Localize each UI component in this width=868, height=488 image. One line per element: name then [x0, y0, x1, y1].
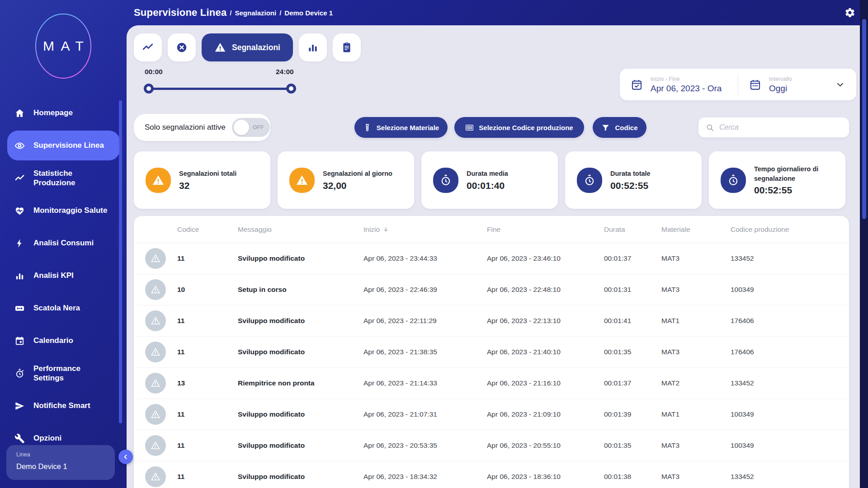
- sidebar: MAT Homepage Supervisione Linea Statisti…: [0, 0, 127, 488]
- bars-icon: [14, 270, 25, 281]
- warning-icon: [145, 373, 166, 394]
- heart-icon: [14, 205, 25, 216]
- tab-chart-line[interactable]: [134, 33, 162, 61]
- sidebar-item-label: Analisi Consumi: [33, 238, 94, 248]
- cell-messaggio: Sviluppo modificato: [238, 441, 363, 450]
- table-row[interactable]: 11 Sviluppo modificato Apr 06, 2023 - 20…: [134, 430, 849, 461]
- sidebar-item-supervisione-linea[interactable]: Supervisione Linea: [7, 131, 120, 160]
- cell-fine: Apr 06, 2023 - 18:36:10: [487, 473, 604, 481]
- cell-durata: 00:01:39: [604, 410, 661, 418]
- x-circle-icon: [176, 42, 188, 53]
- date-range-picker[interactable]: Inizio - Fine Apr 06, 2023 - Ora: [620, 69, 738, 100]
- eye-icon: [14, 140, 25, 151]
- cell-durata: 00:01:35: [604, 441, 661, 450]
- cell-materiale: MAT3: [661, 348, 731, 356]
- sidebar-scrollbar[interactable]: [119, 100, 122, 423]
- table-row[interactable]: 11 Sviluppo modificato Apr 06, 2023 - 21…: [134, 337, 849, 368]
- sidebar-item-monitoraggio-salute[interactable]: Monitoraggio Salute: [7, 194, 120, 227]
- tab-bar-chart[interactable]: [299, 33, 327, 61]
- kpi-label: Segnalazioni al giorno: [323, 169, 392, 178]
- cell-materiale: MAT1: [661, 317, 731, 325]
- column-durata[interactable]: Durata: [604, 225, 661, 234]
- search-input[interactable]: [719, 123, 837, 131]
- column-materiale[interactable]: Materiale: [661, 225, 731, 234]
- sidebar-item-calendario[interactable]: Calendario: [7, 324, 120, 357]
- device-panel-label: Linea: [16, 451, 30, 458]
- sidebar-item-performance-settings[interactable]: Performance Settings: [7, 357, 120, 389]
- slider-handle-end[interactable]: [286, 84, 296, 94]
- table-body: 11 Sviluppo modificato Apr 06, 2023 - 23…: [134, 243, 849, 488]
- sidebar-item-label: Homepage: [33, 108, 73, 117]
- kpi-label: Tempo giornaliero di segnalazione: [754, 164, 841, 183]
- kpi-value: 00:01:40: [467, 180, 508, 191]
- date-filter-value: Apr 06, 2023 - Ora: [651, 84, 722, 94]
- cell-codice: 11: [177, 473, 238, 481]
- sidebar-item-label: Calendario: [33, 336, 73, 345]
- column-inizio[interactable]: Inizio: [363, 225, 487, 234]
- select-production-code-button[interactable]: Selezione Codice produzione: [454, 117, 584, 138]
- active-only-filter: Solo segnalazioni attive OFF: [134, 114, 270, 141]
- cell-messaggio: Sviluppo modificato: [238, 317, 363, 325]
- table-row[interactable]: 11 Sviluppo modificato Apr 06, 2023 - 23…: [134, 243, 849, 274]
- interval-picker[interactable]: Intervallo Oggi: [738, 69, 856, 100]
- cell-durata: 00:01:37: [604, 379, 661, 387]
- tab-label: Segnalazioni: [232, 43, 280, 52]
- kpi-card: Durata media 00:01:40: [421, 151, 558, 209]
- column-fine[interactable]: Fine: [487, 225, 604, 234]
- sidebar-item-analisi-kpi[interactable]: Analisi KPI: [7, 259, 120, 292]
- sidebar-item-analisi-consumi[interactable]: Analisi Consumi: [7, 227, 120, 259]
- table-row[interactable]: 10 Setup in corso Apr 06, 2023 - 22:46:3…: [134, 274, 849, 305]
- tab-clipboard[interactable]: [333, 33, 361, 61]
- sidebar-collapse-button[interactable]: [118, 450, 133, 464]
- cell-messaggio: Sviluppo modificato: [238, 473, 363, 481]
- table-row[interactable]: 11 Sviluppo modificato Apr 06, 2023 - 21…: [134, 399, 849, 430]
- page-title: Supervisione Linea: [134, 7, 226, 19]
- cell-fine: Apr 06, 2023 - 23:46:10: [487, 254, 604, 263]
- barcode-icon: [465, 123, 474, 132]
- cell-codice-produzione: 176406: [731, 317, 849, 325]
- cell-inizio: Apr 06, 2023 - 21:14:33: [363, 379, 487, 387]
- sidebar-item-homepage[interactable]: Homepage: [7, 97, 120, 129]
- kpi-cards: Segnalazioni totali 32 Segnalazioni al g…: [134, 151, 845, 209]
- table-row[interactable]: 13 Riempitrice non pronta Apr 06, 2023 -…: [134, 368, 849, 399]
- scrollbar-thumb[interactable]: [862, 19, 866, 219]
- warning-icon: [145, 248, 166, 269]
- cell-materiale: MAT1: [661, 410, 731, 418]
- sidebar-item-statistiche-produzione[interactable]: Statistiche Produzione: [7, 162, 120, 194]
- chevron-down-icon: [834, 80, 846, 89]
- sidebar-item-notifiche-smart[interactable]: Notifiche Smart: [7, 389, 120, 422]
- time-range-slider[interactable]: [148, 88, 292, 90]
- settings-gear-icon[interactable]: [844, 7, 855, 18]
- date-filter-label: Inizio - Fine: [651, 76, 722, 82]
- page-scrollbar[interactable]: [860, 0, 868, 488]
- sidebar-nav: Homepage Supervisione Linea Statistiche …: [0, 97, 127, 455]
- active-only-toggle[interactable]: OFF: [232, 118, 270, 137]
- mat-logo: MAT: [0, 10, 127, 82]
- bolt-icon: [14, 238, 25, 249]
- cell-codice-produzione: 100349: [731, 286, 849, 294]
- logo-text: MAT: [37, 38, 90, 54]
- timer-icon: [14, 368, 25, 379]
- column-messaggio[interactable]: Messaggio: [238, 225, 363, 234]
- calendar-icon: [14, 335, 25, 346]
- breadcrumb: Segnalazioni: [235, 9, 277, 17]
- sidebar-item-scatola-nera[interactable]: Scatola Nera: [7, 292, 120, 324]
- column-codice-produzione[interactable]: Codice produzione: [731, 225, 849, 234]
- code-filter-button[interactable]: Codice: [593, 117, 646, 138]
- toggle-knob: [234, 120, 249, 135]
- tab-x-circle[interactable]: [168, 33, 196, 61]
- table-row[interactable]: 11 Sviluppo modificato Apr 06, 2023 - 22…: [134, 305, 849, 337]
- blackbox-icon: [14, 303, 25, 314]
- cell-inizio: Apr 06, 2023 - 22:46:39: [363, 286, 487, 294]
- column-codice[interactable]: Codice: [177, 225, 238, 234]
- cell-fine: Apr 06, 2023 - 21:16:10: [487, 379, 604, 387]
- slider-handle-start[interactable]: [144, 84, 154, 94]
- select-material-button[interactable]: Selezione Materiale: [354, 117, 448, 138]
- cell-inizio: Apr 06, 2023 - 22:11:29: [363, 317, 487, 325]
- warning-icon: [145, 279, 166, 300]
- tab-segnalazioni[interactable]: Segnalazioni: [202, 33, 293, 61]
- cell-durata: 00:01:37: [604, 254, 661, 263]
- kpi-label: Durata totale: [610, 169, 651, 178]
- funnel-icon: [601, 123, 610, 132]
- table-row[interactable]: 11 Sviluppo modificato Apr 06, 2023 - 18…: [134, 461, 849, 488]
